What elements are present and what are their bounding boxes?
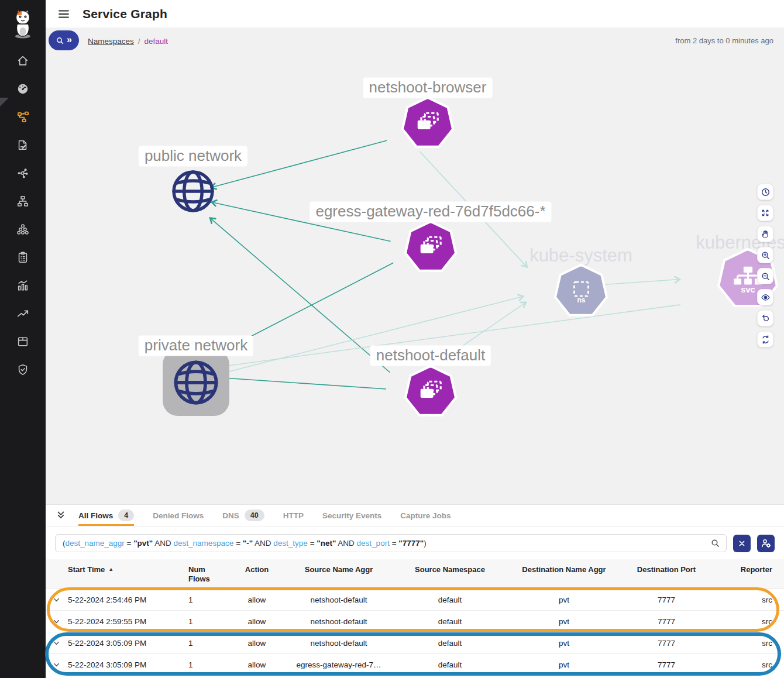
page-title: Service Graph (82, 7, 167, 21)
flow-cell: netshoot-default (283, 617, 394, 626)
sidebar-item-clusters[interactable] (0, 215, 46, 243)
breadcrumb-current[interactable]: default (145, 37, 169, 46)
column-header-num-flows[interactable]: Num Flows (184, 565, 231, 588)
undo-button[interactable] (757, 310, 773, 326)
tab-denied-flows[interactable]: Denied Flows (153, 505, 204, 526)
calico-cat-logo[interactable] (0, 0, 46, 47)
column-header-start-time[interactable]: Start Time▲ (68, 565, 184, 588)
chevron-down-icon[interactable] (53, 596, 60, 604)
flow-row[interactable]: 5-22-2024 2:54:46 PM1allownetshoot-defau… (46, 588, 784, 610)
tab-label: DNS (222, 511, 239, 520)
flow-cell: pvt (506, 596, 623, 604)
graph-node-netshoot-browser[interactable] (401, 97, 455, 151)
service-graph-canvas[interactable]: » Namespaces / default from 2 days to 0 … (46, 27, 784, 504)
graph-node-kube-system[interactable]: ns (553, 264, 609, 319)
user-settings-button[interactable] (757, 535, 775, 552)
time-button[interactable] (757, 184, 773, 200)
flow-cell: egress-gateway-red-7… (283, 660, 394, 669)
refresh-button[interactable] (757, 331, 773, 347)
flow-cell: 5-22-2024 3:05:09 PM (68, 660, 184, 669)
tab-dns[interactable]: DNS40 (222, 505, 264, 526)
tab-http[interactable]: HTTP (283, 505, 304, 526)
sidebar-item-home[interactable] (0, 47, 46, 75)
flow-row[interactable]: 5-22-2024 2:59:55 PM1allownetshoot-defau… (46, 610, 784, 632)
visibility-button[interactable] (757, 289, 773, 305)
chevron-down-icon[interactable] (53, 639, 60, 647)
graph-edge-egress-gateway-red-to-public-network (212, 202, 390, 242)
pan-button[interactable] (757, 226, 773, 242)
sidebar-item-threat-defense[interactable] (0, 356, 46, 384)
query-plain: = (233, 539, 242, 548)
flow-cell: src (710, 639, 784, 648)
query-plain: AND (153, 539, 173, 548)
column-header-expand (46, 565, 68, 588)
filter-row: (dest_name_aggr = "pvt" AND dest_namespa… (46, 526, 784, 559)
column-header-action[interactable]: Action (231, 565, 283, 588)
clock-icon (761, 187, 771, 197)
sort-asc-icon: ▲ (108, 566, 114, 572)
graph-edge-netshoot-default-to-private-network (217, 377, 386, 389)
sidebar-item-network[interactable] (0, 187, 46, 215)
flow-cell: allow (231, 617, 283, 626)
namespace-icon: ns (556, 266, 606, 316)
tab-all-flows[interactable]: All Flows4 (78, 505, 134, 526)
sidebar-item-activity[interactable] (0, 271, 46, 300)
query-field: dest_name_aggr (66, 539, 125, 548)
query-value: "7777" (398, 539, 424, 548)
query-plain: AND (253, 539, 273, 548)
menu-icon[interactable] (57, 8, 70, 20)
query-value: "pvt" (133, 539, 153, 548)
column-header-destination-name-aggr[interactable]: Destination Name Aggr (506, 565, 623, 588)
filter-query-input[interactable]: (dest_name_aggr = "pvt" AND dest_namespa… (55, 534, 727, 552)
chevron-down-icon[interactable] (53, 618, 60, 625)
sidebar-item-endpoints[interactable] (0, 159, 46, 187)
search-icon[interactable] (710, 538, 720, 548)
expand-button[interactable] (757, 205, 773, 221)
sidebar-item-trends[interactable] (0, 300, 46, 328)
column-header-reporter[interactable]: Reporter (710, 565, 784, 588)
globe-icon (172, 359, 220, 407)
sidebar-item-compliance[interactable] (0, 243, 46, 271)
search-icon (56, 36, 64, 45)
package-icon (16, 335, 29, 348)
graph-node-netshoot-default[interactable] (404, 365, 458, 419)
graph-edge-kube-system-to-private-network (219, 305, 680, 367)
sidebar-item-service-graph[interactable] (0, 103, 46, 131)
collapse-panel-button[interactable] (54, 510, 68, 521)
replicaset-icon (406, 223, 455, 272)
replicaset-icon (406, 367, 455, 417)
graph-node-public-network[interactable] (170, 168, 216, 214)
expand-icon (761, 208, 770, 218)
flow-cell: allow (231, 596, 283, 604)
zoom-out-button[interactable] (757, 268, 773, 284)
chevron-down-icon[interactable] (53, 661, 60, 669)
column-header-source-name-aggr[interactable]: Source Name Aggr (283, 565, 394, 588)
flow-cell: 1 (184, 617, 231, 626)
flow-cell: 7777 (623, 660, 710, 669)
tab-label: Denied Flows (153, 511, 204, 520)
graph-node-private-network[interactable] (163, 349, 229, 416)
column-header-source-namespace[interactable]: Source Namespace (394, 565, 506, 588)
sidebar-item-policies[interactable] (0, 131, 46, 159)
flow-cell: 5-22-2024 2:59:55 PM (68, 617, 184, 626)
flow-cell: default (394, 596, 506, 604)
graph-node-egress-gateway-red[interactable] (404, 221, 458, 275)
tabs: All Flows4Denied FlowsDNS40HTTPSecurity … (78, 505, 451, 526)
tab-capture-jobs[interactable]: Capture Jobs (400, 505, 451, 526)
breadcrumb-namespaces-link[interactable]: Namespaces (88, 37, 134, 46)
flow-cell: src (710, 660, 784, 669)
flows-tab-bar: All Flows4Denied FlowsDNS40HTTPSecurity … (46, 505, 784, 526)
service-graph-icon (16, 111, 30, 124)
tab-security-events[interactable]: Security Events (322, 505, 381, 526)
query-value: "-" (243, 539, 253, 548)
sidebar-item-packages[interactable] (0, 328, 46, 356)
graph-search-pill[interactable]: » (49, 30, 79, 50)
flow-row[interactable]: 5-22-2024 3:05:09 PM1allowegress-gateway… (46, 653, 784, 675)
flow-cell: pvt (506, 617, 623, 626)
refresh-icon (761, 335, 771, 345)
column-header-destination-port[interactable]: Destination Port (623, 565, 710, 588)
flow-row[interactable]: 5-22-2024 3:05:09 PM1allownetshoot-defau… (46, 632, 784, 653)
policy-edit-icon (16, 139, 29, 152)
zoom-in-button[interactable] (757, 247, 773, 263)
clear-filter-button[interactable] (733, 535, 751, 552)
